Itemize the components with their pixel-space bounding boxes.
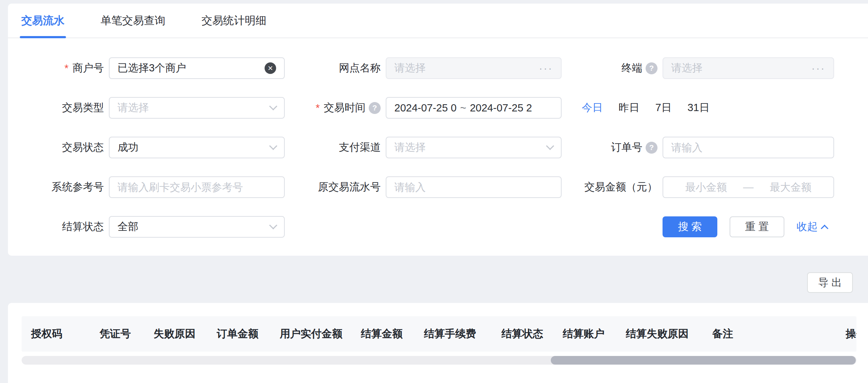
table-header-row: 授权码 凭证号 失败原因 订单金额 用户实付金额 结算金额 结算手续费 结算状态…	[22, 316, 856, 352]
form-row-4: 系统参考号 原交易流水号 交易金额（元） —	[8, 167, 868, 207]
merchant-value: 已选择3个商户	[118, 61, 186, 75]
chevron-up-icon	[821, 224, 828, 232]
col-settle-account: 结算账户	[563, 327, 626, 341]
quick-range-31d[interactable]: 31日	[687, 101, 709, 115]
form-row-3: 交易状态 成功 支付渠道 请选择 订单号 ?	[8, 128, 868, 167]
col-voucher-no: 凭证号	[99, 327, 154, 341]
tab-transaction-statistics[interactable]: 交易统计明细	[200, 4, 268, 38]
terminal-placeholder: 请选择	[671, 61, 703, 75]
date-start: 2024-07-25 0	[394, 102, 457, 114]
tab-single-transaction-query[interactable]: 单笔交易查询	[99, 4, 167, 38]
quick-range-links: 今日 昨日 7日 31日	[562, 101, 709, 115]
chevron-down-icon	[546, 142, 554, 150]
sys-ref-label: 系统参考号	[8, 180, 109, 194]
branch-placeholder: 请选择	[394, 61, 426, 75]
clear-icon[interactable]: ×	[265, 62, 276, 74]
amount-max-input[interactable]	[756, 181, 826, 193]
chevron-down-icon	[269, 142, 278, 150]
form-row-2: 交易类型 请选择 *交易时间 ? 2024-07-25 0 ~ 2024-07-…	[8, 88, 868, 128]
orig-txn-no-field	[386, 176, 562, 198]
col-user-paid-amount: 用户实付金额	[280, 327, 361, 341]
chevron-down-icon	[269, 221, 278, 229]
quick-range-today[interactable]: 今日	[582, 101, 603, 115]
ellipsis-icon: ···	[811, 62, 825, 74]
date-end: 2024-07-25 2	[470, 102, 532, 114]
form-actions: 搜 索 重 置 收起	[663, 216, 827, 237]
scrollbar-thumb[interactable]	[551, 356, 856, 365]
col-fail-reason: 失败原因	[154, 327, 217, 341]
col-remark: 备注	[712, 327, 846, 341]
txn-status-label: 交易状态	[8, 140, 109, 155]
amount-separator: —	[743, 181, 754, 193]
settle-status-select[interactable]: 全部	[109, 216, 285, 238]
txn-time-range-picker[interactable]: 2024-07-25 0 ~ 2024-07-25 2	[386, 97, 562, 119]
col-order-amount: 订单金额	[217, 327, 280, 341]
terminal-label: 终端 ?	[562, 61, 663, 75]
amount-label: 交易金额（元）	[562, 180, 663, 194]
search-button[interactable]: 搜 索	[663, 216, 717, 237]
col-settle-fail-reason: 结算失败原因	[626, 327, 712, 341]
txn-type-label: 交易类型	[8, 101, 109, 115]
result-card: 授权码 凭证号 失败原因 订单金额 用户实付金额 结算金额 结算手续费 结算状态…	[8, 303, 868, 383]
col-settle-amount: 结算金额	[361, 327, 424, 341]
txn-time-label: *交易时间 ?	[285, 101, 386, 115]
txn-type-select[interactable]: 请选择	[109, 97, 285, 119]
terminal-select: 请选择 ···	[663, 57, 834, 79]
order-no-input[interactable]	[671, 142, 825, 154]
help-icon[interactable]: ?	[369, 102, 381, 114]
required-mark: *	[316, 102, 320, 114]
help-icon[interactable]: ?	[646, 142, 657, 154]
amount-range-field: —	[663, 176, 834, 198]
export-button[interactable]: 导 出	[807, 272, 853, 293]
settle-status-label: 结算状态	[8, 220, 109, 234]
date-separator: ~	[460, 102, 466, 114]
txn-status-select[interactable]: 成功	[109, 137, 285, 158]
help-icon[interactable]: ?	[646, 62, 657, 74]
sys-ref-field	[109, 176, 285, 198]
required-mark: *	[65, 62, 68, 74]
form-row-1: *商户号 已选择3个商户 × 网点名称 请选择 ··· 终端 ?	[8, 48, 868, 88]
reset-button[interactable]: 重 置	[730, 216, 784, 237]
settle-status-value: 全部	[118, 220, 138, 234]
merchant-select[interactable]: 已选择3个商户 ×	[109, 57, 285, 79]
col-auth-code: 授权码	[31, 327, 99, 341]
search-form: *商户号 已选择3个商户 × 网点名称 请选择 ··· 终端 ?	[8, 38, 868, 247]
pay-channel-label: 支付渠道	[285, 140, 386, 155]
amount-min-input[interactable]	[671, 181, 741, 193]
tab-transaction-flow[interactable]: 交易流水	[20, 4, 66, 38]
collapse-label: 收起	[797, 220, 818, 234]
orig-txn-no-label: 原交易流水号	[285, 180, 386, 194]
col-operation: 操作	[846, 327, 856, 341]
chevron-down-icon	[269, 102, 278, 110]
sys-ref-input[interactable]	[118, 181, 276, 193]
toolbar: 导 出	[807, 272, 853, 293]
orig-txn-no-input[interactable]	[394, 181, 553, 193]
col-settle-fee: 结算手续费	[424, 327, 501, 341]
tab-label: 交易流水	[21, 13, 65, 28]
txn-status-value: 成功	[118, 140, 138, 155]
pay-channel-select[interactable]: 请选择	[386, 137, 562, 158]
branch-select: 请选择 ···	[386, 57, 562, 79]
col-settle-status: 结算状态	[501, 327, 563, 341]
query-card: 交易流水 单笔交易查询 交易统计明细 *商户号 已选择3个商户 × 网点名称	[8, 4, 868, 256]
quick-range-yesterday[interactable]: 昨日	[619, 101, 639, 115]
form-row-5: 结算状态 全部 搜 索 重 置 收起	[8, 207, 868, 247]
horizontal-scrollbar[interactable]	[22, 356, 856, 365]
ellipsis-icon: ···	[539, 62, 553, 74]
txn-type-placeholder: 请选择	[118, 101, 149, 115]
branch-label: 网点名称	[285, 61, 386, 75]
tab-label: 单笔交易查询	[101, 13, 165, 28]
tab-label: 交易统计明细	[201, 13, 266, 28]
order-no-field	[663, 137, 834, 158]
collapse-link[interactable]: 收起	[797, 220, 827, 234]
quick-range-7d[interactable]: 7日	[655, 101, 672, 115]
order-no-label: 订单号 ?	[562, 140, 663, 155]
tab-bar: 交易流水 单笔交易查询 交易统计明细	[8, 4, 868, 38]
merchant-label: *商户号	[8, 61, 109, 75]
pay-channel-placeholder: 请选择	[394, 140, 426, 155]
